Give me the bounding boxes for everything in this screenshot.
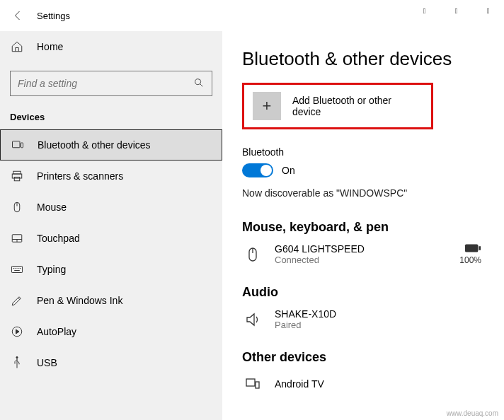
group-mouse-kb-pen: Mouse, keyboard, & pen — [242, 220, 481, 235]
autoplay-icon — [10, 325, 24, 339]
sidebar-item-typing[interactable]: Typing — [0, 254, 222, 285]
device-name: SHAKE-X10D — [275, 308, 336, 320]
maximize-button[interactable]:  — [440, 0, 472, 21]
battery-icon — [459, 243, 481, 255]
touchpad-icon — [10, 231, 24, 245]
svg-point-0 — [195, 78, 201, 84]
svg-rect-13 — [479, 246, 481, 250]
back-button[interactable] — [8, 6, 28, 25]
add-device-button[interactable]: + Add Bluetooth or other device — [242, 83, 433, 129]
plus-icon: + — [253, 92, 281, 120]
minimize-button[interactable]:  — [408, 0, 440, 21]
search-box[interactable] — [10, 71, 212, 96]
pen-icon — [10, 293, 24, 308]
device-status: Paired — [275, 320, 336, 330]
page-title: Bluetooth & other devices — [242, 48, 481, 70]
group-audio: Audio — [242, 285, 481, 300]
device-status: Connected — [275, 255, 365, 265]
device-name: Android TV — [275, 378, 324, 390]
speaker-icon — [242, 309, 263, 330]
battery-percent: 100% — [459, 255, 481, 265]
close-button[interactable]:  — [472, 0, 504, 21]
device-name: G604 LIGHTSPEED — [275, 243, 365, 255]
sidebar: Home Devices Bluetooth & other devices P… — [0, 31, 222, 420]
sidebar-item-label: Printers & scanners — [37, 170, 123, 182]
sidebar-item-label: AutoPlay — [37, 326, 76, 337]
svg-rect-5 — [14, 177, 20, 181]
toggle-state: On — [282, 165, 295, 176]
devices-icon — [11, 138, 25, 152]
device-icon — [242, 373, 263, 395]
sidebar-item-label: Touchpad — [37, 233, 80, 244]
add-device-label: Add Bluetooth or other device — [292, 95, 423, 117]
device-row[interactable]: Android TV — [242, 373, 481, 395]
watermark: www.deuaq.com — [447, 409, 498, 417]
keyboard-icon — [10, 262, 24, 276]
usb-icon — [10, 356, 24, 370]
svg-rect-3 — [13, 171, 21, 174]
home-icon — [10, 40, 24, 54]
svg-rect-8 — [12, 267, 23, 273]
sidebar-item-label: Bluetooth & other devices — [38, 139, 151, 151]
discoverable-status: Now discoverable as "WINDOWSPC" — [242, 187, 481, 199]
app-title: Settings — [37, 11, 70, 21]
sidebar-item-label: Typing — [37, 264, 66, 275]
svg-rect-14 — [246, 379, 255, 386]
svg-rect-15 — [256, 382, 259, 388]
sidebar-item-mouse[interactable]: Mouse — [0, 192, 222, 223]
svg-rect-2 — [21, 143, 23, 148]
sidebar-item-pen[interactable]: Pen & Windows Ink — [0, 285, 222, 316]
mouse-icon — [242, 244, 263, 265]
svg-rect-1 — [13, 141, 21, 148]
sidebar-item-label: USB — [37, 357, 57, 368]
sidebar-item-label: Mouse — [37, 202, 67, 213]
sidebar-item-printers[interactable]: Printers & scanners — [0, 161, 222, 192]
sidebar-category: Devices — [0, 100, 222, 129]
bluetooth-toggle[interactable]: On — [242, 163, 481, 177]
mouse-icon — [10, 200, 24, 214]
group-other: Other devices — [242, 350, 481, 365]
search-input[interactable] — [18, 78, 193, 89]
sidebar-item-usb[interactable]: USB — [0, 347, 222, 378]
svg-point-10 — [16, 356, 18, 358]
device-row[interactable]: SHAKE-X10D Paired — [242, 308, 481, 330]
main-panel: Bluetooth & other devices + Add Bluetoot… — [222, 31, 504, 420]
bluetooth-label: Bluetooth — [242, 146, 481, 158]
svg-rect-4 — [12, 174, 22, 178]
search-icon — [193, 77, 205, 91]
sidebar-item-bluetooth[interactable]: Bluetooth & other devices — [0, 129, 222, 161]
printer-icon — [10, 169, 24, 183]
device-row[interactable]: G604 LIGHTSPEED Connected 100% — [242, 243, 481, 265]
sidebar-item-label: Pen & Windows Ink — [37, 295, 122, 306]
sidebar-item-touchpad[interactable]: Touchpad — [0, 223, 222, 254]
svg-rect-12 — [465, 244, 478, 252]
sidebar-item-autoplay[interactable]: AutoPlay — [0, 316, 222, 347]
sidebar-item-label: Home — [37, 41, 63, 52]
sidebar-item-home[interactable]: Home — [0, 31, 222, 62]
